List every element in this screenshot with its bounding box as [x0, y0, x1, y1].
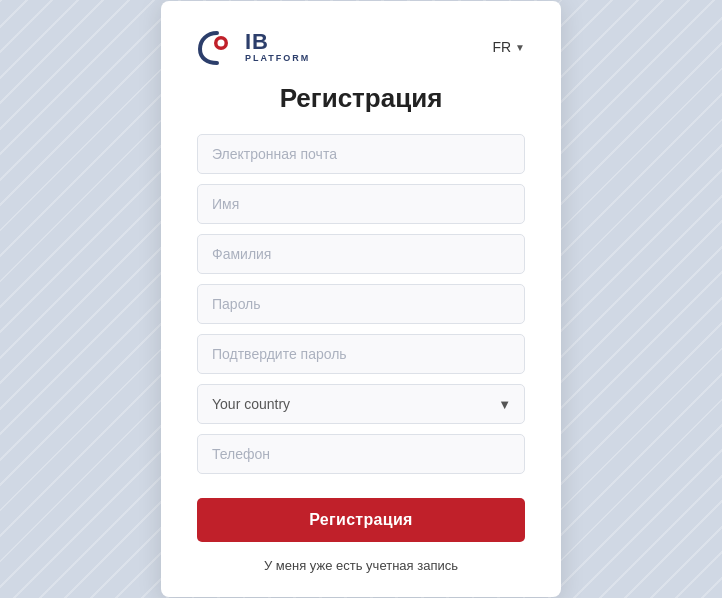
confirm-password-group [197, 334, 525, 374]
first-name-group [197, 184, 525, 224]
page-title: Регистрация [197, 83, 525, 114]
card-header: IB PLATFORM FR ▼ [197, 29, 525, 65]
country-select[interactable]: Your country [197, 384, 525, 424]
language-selector[interactable]: FR ▼ [492, 39, 525, 55]
language-current: FR [492, 39, 511, 55]
logo-area: IB PLATFORM [197, 29, 310, 65]
chevron-down-icon: ▼ [515, 42, 525, 53]
last-name-group [197, 234, 525, 274]
last-name-field[interactable] [197, 234, 525, 274]
registration-card: IB PLATFORM FR ▼ Регистрация Your coun [161, 1, 561, 597]
svg-point-1 [218, 40, 225, 47]
phone-field[interactable] [197, 434, 525, 474]
logo-text: IB PLATFORM [245, 30, 310, 64]
password-group [197, 284, 525, 324]
confirm-password-field[interactable] [197, 334, 525, 374]
logo-platform-label: PLATFORM [245, 54, 310, 64]
signin-link: У меня уже есть учетная запись [197, 558, 525, 573]
phone-group [197, 434, 525, 474]
email-field[interactable] [197, 134, 525, 174]
country-group: Your country ▼ [197, 384, 525, 424]
logo-icon [197, 29, 237, 65]
submit-button[interactable]: Регистрация [197, 498, 525, 542]
email-group [197, 134, 525, 174]
password-field[interactable] [197, 284, 525, 324]
registration-form: Your country ▼ Регистрация У меня уже ес… [197, 134, 525, 573]
first-name-field[interactable] [197, 184, 525, 224]
logo-ib-label: IB [245, 30, 310, 54]
